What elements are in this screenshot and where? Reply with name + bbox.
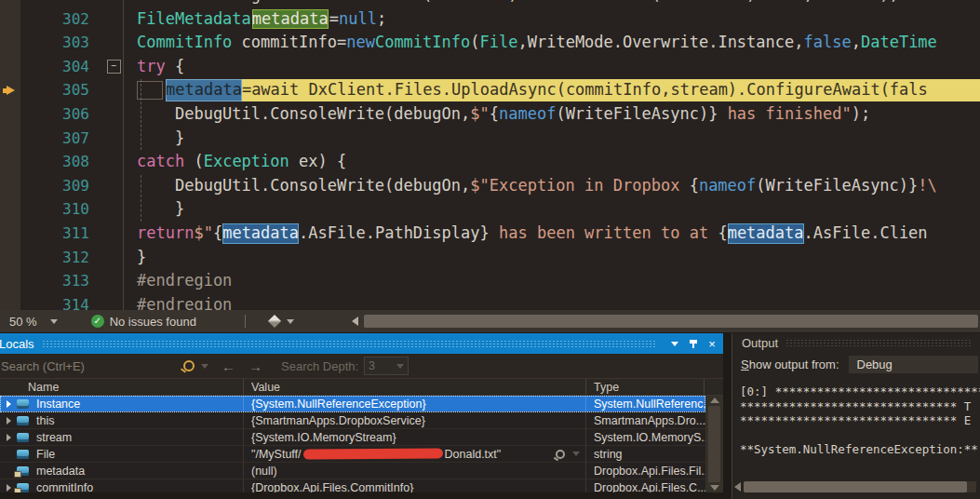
text-visualizer-icon[interactable] [556, 450, 565, 459]
code-text[interactable]: DebugUtil.ConsoleWrite(debugOn,$"{nameof… [123, 102, 980, 127]
scroll-left-icon[interactable] [734, 482, 741, 492]
locals-title-bar[interactable]: Locals × [0, 333, 723, 354]
breakpoint-margin[interactable] [0, 269, 20, 293]
cell-value[interactable]: "/MyStuff/Donald.txt" [244, 446, 586, 462]
cell-name[interactable]: Instance [0, 396, 244, 411]
cell-name[interactable]: metadata [0, 463, 244, 479]
code-text[interactable]: try { [123, 55, 980, 79]
code-text[interactable]: return $"{metadata.AsFile.PathDisplay} h… [123, 222, 980, 246]
table-row[interactable]: Instance{System.NullReferenceException}S… [0, 396, 705, 412]
code-line[interactable]: 304−try { [0, 55, 980, 79]
fold-margin[interactable] [104, 31, 123, 55]
fold-margin[interactable] [104, 222, 123, 246]
cell-name[interactable]: this [0, 412, 244, 428]
expand-arrow-icon[interactable] [0, 417, 17, 425]
code-text[interactable]: #endregion [123, 269, 980, 293]
cell-value[interactable]: {SmartmanApps.DropboxService} [244, 412, 586, 428]
cell-value[interactable]: {Dropbox.Api.Files.CommitInfo} [244, 479, 586, 492]
code-line[interactable]: 314#endregion [0, 293, 980, 310]
output-title-bar[interactable]: Output [732, 333, 980, 353]
code-line[interactable]: g ( ) ( ) , '); [0, 0, 980, 7]
fold-margin[interactable] [104, 197, 123, 222]
breakpoint-margin[interactable] [0, 246, 20, 270]
search-icon[interactable] [183, 360, 195, 371]
breakpoint-margin[interactable] [0, 78, 20, 102]
code-text[interactable]: #endregion [123, 293, 980, 310]
cell-value[interactable]: (null) [244, 463, 586, 479]
code-line[interactable]: 309 DebugUtil.ConsoleWrite(debugOn,$"Exc… [0, 174, 980, 198]
code-line[interactable]: 302FileMetadata metadata=null; [0, 7, 980, 32]
breakpoint-margin[interactable] [0, 31, 20, 55]
breakpoint-margin[interactable] [0, 7, 20, 32]
code-text[interactable]: } [123, 246, 980, 270]
scroll-left-icon[interactable] [352, 317, 358, 326]
expand-arrow-icon[interactable] [0, 400, 17, 408]
locals-vscrollbar[interactable] [705, 396, 723, 492]
code-line[interactable]: 308catch (Exception ex) { [0, 150, 980, 174]
search-input[interactable]: Search (Ctrl+E) [0, 359, 183, 373]
cell-name[interactable]: stream [0, 429, 244, 445]
output-hscrollbar-thumb[interactable] [744, 481, 967, 492]
fold-margin[interactable] [104, 246, 123, 270]
code-text[interactable]: g ( ) ( ) , '); [123, 0, 980, 7]
editor-hscrollbar[interactable] [364, 315, 978, 328]
column-header-name[interactable]: Name [0, 379, 244, 395]
code-line[interactable]: 311return $"{metadata.AsFile.PathDisplay… [0, 222, 980, 246]
search-options-chevron-icon[interactable] [201, 364, 208, 369]
fold-margin[interactable] [104, 102, 123, 127]
code-line[interactable]: 312} [0, 246, 980, 270]
cell-type[interactable]: string [586, 446, 705, 462]
fold-margin[interactable] [104, 293, 123, 310]
expand-arrow-icon[interactable] [0, 434, 17, 441]
fold-margin[interactable]: − [104, 55, 123, 79]
table-row[interactable]: File"/MyStuff/Donald.txt"string [0, 446, 705, 463]
close-icon[interactable]: × [705, 336, 719, 351]
code-line[interactable]: 307 } [0, 127, 980, 151]
editor-hscrollbar-thumb[interactable] [364, 315, 978, 328]
breakpoint-margin[interactable] [0, 102, 20, 127]
code-editor[interactable]: g ( ) ( ) , '); 302FileMetadata metadata… [0, 0, 980, 310]
chevron-down-icon[interactable] [572, 452, 580, 456]
breakpoint-margin[interactable] [0, 127, 20, 151]
cell-type[interactable]: SmartmanApps.Dro... [586, 412, 705, 428]
code-text[interactable]: metadata=await DxClient.Files.UploadAsyn… [123, 78, 980, 102]
search-depth-dropdown[interactable]: 3 [364, 357, 409, 375]
fold-margin[interactable] [104, 174, 123, 198]
code-line[interactable]: 306 DebugUtil.ConsoleWrite(debugOn,$"{na… [0, 102, 980, 127]
table-row[interactable]: metadata(null)Dropbox.Api.Files.Fil... [0, 463, 705, 479]
zoom-selector[interactable]: 50 % [0, 310, 67, 332]
code-text[interactable]: FileMetadata metadata=null; [123, 7, 980, 32]
cell-name[interactable]: commitInfo [0, 479, 244, 492]
scroll-up-icon[interactable] [710, 398, 719, 403]
table-row[interactable]: this{SmartmanApps.DropboxService}Smartma… [0, 412, 705, 429]
scroll-down-icon[interactable] [710, 485, 719, 491]
health-check-icon[interactable]: ✓ [91, 315, 104, 328]
output-hscrollbar[interactable] [734, 479, 976, 493]
search-forward-icon[interactable]: → [248, 358, 262, 374]
code-text[interactable]: CommitInfo commitInfo=new CommitInfo(Fil… [123, 31, 980, 55]
fold-margin[interactable] [104, 78, 123, 102]
cell-type[interactable]: Dropbox.Api.Files.C... [586, 479, 705, 492]
window-menu-icon[interactable] [671, 342, 678, 346]
breakpoint-margin[interactable] [0, 55, 20, 79]
cell-type[interactable]: System.IO.MemoryS... [586, 429, 705, 445]
breakpoint-margin[interactable] [0, 293, 20, 310]
code-cleanup-icon[interactable] [268, 315, 281, 328]
cell-type[interactable]: Dropbox.Api.Files.Fil... [586, 463, 705, 479]
fold-collapse-icon[interactable]: − [107, 60, 121, 74]
code-text[interactable]: } [123, 127, 980, 151]
code-line[interactable]: 303CommitInfo commitInfo=new CommitInfo(… [0, 31, 980, 55]
code-text[interactable]: DebugUtil.ConsoleWrite(debugOn,$"Excepti… [123, 174, 980, 198]
breakpoint-margin[interactable] [0, 0, 20, 7]
fold-margin[interactable] [104, 127, 123, 151]
fold-margin[interactable] [104, 269, 123, 293]
issues-status[interactable]: No issues found [110, 315, 196, 329]
code-text[interactable]: } [123, 197, 980, 222]
pin-icon[interactable] [692, 340, 694, 348]
code-text[interactable]: catch (Exception ex) { [123, 150, 980, 174]
code-line[interactable]: 305 metadata=await DxClient.Files.Upload… [0, 78, 980, 102]
chevron-down-icon[interactable] [287, 319, 294, 324]
breakpoint-margin[interactable] [0, 197, 20, 222]
cell-value[interactable]: {System.IO.MemoryStream} [244, 429, 586, 445]
output-source-dropdown[interactable]: Debug [849, 356, 979, 373]
